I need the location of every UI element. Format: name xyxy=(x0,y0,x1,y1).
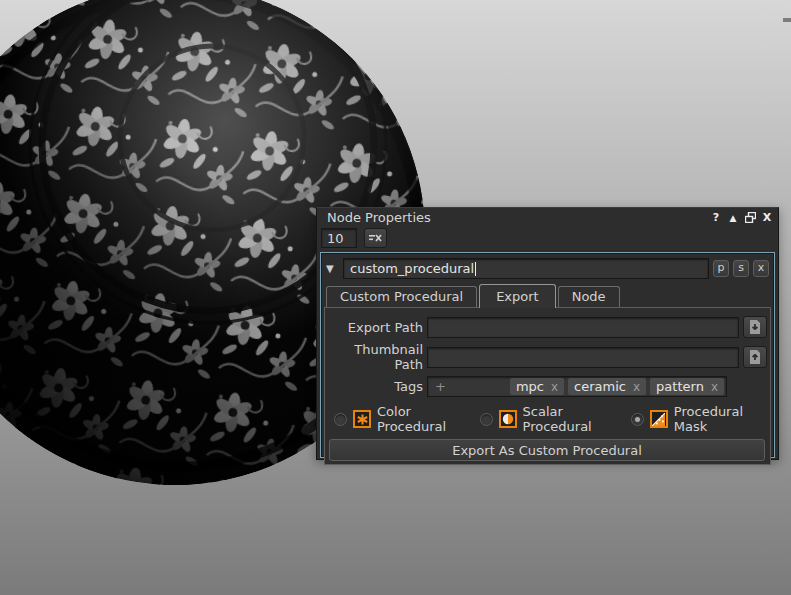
remove-tag-icon[interactable]: x xyxy=(633,380,640,394)
remove-tag-icon[interactable]: x xyxy=(711,380,718,394)
tag-label: ceramic xyxy=(574,379,626,394)
export-path-label: Export Path xyxy=(327,320,423,335)
tab-bar: Custom Procedural Export Node xyxy=(324,283,771,307)
radio-label: Procedural Mask xyxy=(674,404,767,434)
tags-row: Tags + mpc x ceramic x pattern x xyxy=(327,376,767,397)
node-name-row: ▼ custom_procedural p s x xyxy=(324,257,771,283)
node-name-input[interactable]: custom_procedural xyxy=(343,258,709,279)
procedural-mask-icon xyxy=(650,410,668,428)
clear-list-icon xyxy=(369,233,382,243)
restore-window-icon xyxy=(745,212,756,223)
add-tag-placeholder: + xyxy=(430,379,506,394)
history-row: 10 xyxy=(317,226,778,252)
browse-export-path-button[interactable] xyxy=(743,316,767,338)
radio-button[interactable] xyxy=(334,413,347,426)
radio-label: Scalar Procedural xyxy=(523,404,622,434)
radio-scalar-procedural[interactable]: Scalar Procedural xyxy=(480,404,622,434)
tab-custom-procedural[interactable]: Custom Procedural xyxy=(326,286,477,307)
shade-icon[interactable]: ▲ xyxy=(726,211,740,225)
node-name-value: custom_procedural xyxy=(350,261,474,276)
asterisk-icon xyxy=(357,414,368,425)
tags-input[interactable]: + mpc x ceramic x pattern x xyxy=(427,376,727,397)
tag-chip[interactable]: pattern x xyxy=(650,378,724,395)
viewport-edge-marker xyxy=(783,18,791,22)
color-procedural-icon xyxy=(353,410,371,428)
restore-icon[interactable] xyxy=(743,211,757,225)
clear-history-button[interactable] xyxy=(364,228,387,248)
export-path-row: Export Path xyxy=(327,316,767,338)
radio-label: Color Procedural xyxy=(377,404,471,434)
thumbnail-path-row: Thumbnail Path xyxy=(327,342,767,372)
node-properties-panel: Node Properties ? ▲ X 10 ▼ custom_proced… xyxy=(316,207,779,460)
panel-title: Node Properties xyxy=(327,210,706,225)
radio-color-procedural[interactable]: Color Procedural xyxy=(334,404,471,434)
export-path-input[interactable] xyxy=(427,317,739,338)
help-icon[interactable]: ? xyxy=(709,211,723,225)
remove-button[interactable]: x xyxy=(753,260,769,277)
tag-chip[interactable]: ceramic x xyxy=(568,378,646,395)
thumbnail-path-input[interactable] xyxy=(427,347,739,368)
export-tab-content: Export Path Thumbnail Path xyxy=(324,307,771,465)
close-icon[interactable]: X xyxy=(760,211,774,225)
thumbnail-path-label: Thumbnail Path xyxy=(327,342,423,372)
pin-button[interactable]: p xyxy=(713,260,729,277)
panel-titlebar[interactable]: Node Properties ? ▲ X xyxy=(317,208,778,226)
radio-button[interactable] xyxy=(480,413,493,426)
contrast-circle-icon xyxy=(502,413,514,425)
solo-button[interactable]: s xyxy=(733,260,749,277)
procedural-type-radios: Color Procedural Scalar Procedural xyxy=(334,404,767,434)
collapse-triangle-icon[interactable]: ▼ xyxy=(326,263,339,274)
radio-button[interactable] xyxy=(631,413,644,426)
scalar-procedural-icon xyxy=(499,410,517,428)
text-cursor xyxy=(475,262,476,276)
tab-export[interactable]: Export xyxy=(479,284,556,308)
radio-procedural-mask[interactable]: Procedural Mask xyxy=(631,404,767,434)
remove-tag-icon[interactable]: x xyxy=(551,380,558,394)
tags-label: Tags xyxy=(327,379,423,394)
mask-diagonal-icon xyxy=(652,413,665,426)
tag-label: pattern xyxy=(656,379,704,394)
history-count-field[interactable]: 10 xyxy=(321,228,357,248)
tag-label: mpc xyxy=(516,379,544,394)
file-download-icon xyxy=(749,320,761,334)
tab-node[interactable]: Node xyxy=(558,286,620,307)
browse-thumbnail-path-button[interactable] xyxy=(743,346,767,368)
tag-chip[interactable]: mpc x xyxy=(510,378,564,395)
file-upload-icon xyxy=(749,350,761,364)
export-as-custom-procedural-button[interactable]: Export As Custom Procedural xyxy=(329,439,765,461)
node-group-box: ▼ custom_procedural p s x Custom Procedu… xyxy=(320,252,775,458)
